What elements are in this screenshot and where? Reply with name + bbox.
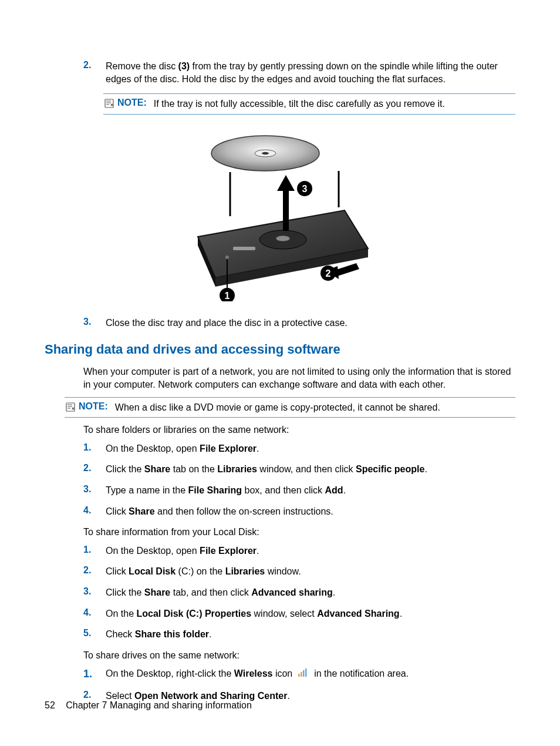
text-segment: tab on the [170, 464, 217, 474]
text-segment: . [257, 546, 259, 556]
list-b-item-2: 2. Click Local Disk (C:) on the Librarie… [83, 565, 515, 578]
paragraph: To share folders or libraries on the sam… [83, 424, 515, 436]
note-label: NOTE: [79, 401, 108, 412]
section-heading: Sharing data and drives and accessing so… [45, 342, 515, 357]
text-segment: Type a name in the [106, 485, 188, 495]
bold-segment: Open Network and Sharing Center [134, 691, 287, 701]
list-b-item-3: 3. Click the Share tab, and then click A… [83, 586, 515, 599]
note-icon [103, 98, 115, 109]
text-segment: . [343, 485, 346, 495]
bold-segment: Libraries [217, 464, 257, 474]
wireless-signal-icon [298, 668, 309, 681]
svg-rect-27 [303, 670, 305, 677]
text-segment: in the notification area. [314, 668, 409, 678]
step-number: 2. [83, 463, 106, 476]
step-number: 2. [83, 565, 106, 578]
step-number: 5. [83, 628, 106, 641]
svg-rect-26 [301, 672, 302, 677]
list-a-item-1: 1. On the Desktop, open File Explorer. [83, 442, 515, 455]
text-segment: On the [106, 609, 136, 619]
step-text: Remove the disc (3) from the tray by gen… [106, 60, 515, 85]
step-number: 3. [83, 484, 106, 497]
svg-text:1: 1 [225, 291, 230, 301]
bold-segment: Libraries [225, 566, 265, 576]
text-segment: Click the [106, 587, 144, 597]
step-number: 1. [83, 442, 106, 455]
text-segment: . [287, 691, 289, 701]
svg-point-8 [276, 236, 290, 241]
step-number: 1. [83, 545, 106, 557]
text-segment: Click [106, 566, 129, 576]
bold-segment: File Explorer [200, 546, 257, 556]
step-number: 3. [83, 317, 106, 330]
text-segment: window, and then click [257, 464, 356, 474]
bold-segment: Specific people [356, 464, 424, 474]
note-icon [65, 401, 76, 413]
step-text: Type a name in the File Sharing box, and… [106, 484, 515, 497]
note-rule-top [103, 93, 515, 94]
bold-segment: Local Disk [129, 566, 178, 576]
list-b-item-5: 5. Check Share this folder. [83, 628, 515, 641]
svg-marker-12 [277, 175, 295, 191]
bold-segment: Share this folder [135, 629, 209, 639]
bold-segment: Advanced sharing [251, 587, 333, 597]
page-footer: 52 Chapter 7 Managing and sharing inform… [45, 700, 252, 711]
svg-rect-28 [305, 668, 307, 677]
bold-segment: Advanced Sharing [317, 609, 399, 619]
step-text: On the Desktop, open File Explorer. [106, 545, 515, 557]
text-segment: window. [265, 566, 301, 576]
note-rule-bottom [103, 114, 515, 115]
bold-segment: Share [129, 506, 154, 516]
step-text: Close the disc tray and place the disc i… [106, 317, 515, 330]
list-b-item-4: 4. On the Local Disk (C:) Properties win… [83, 607, 515, 620]
note-text: When a disc like a DVD movie or game is … [115, 401, 515, 414]
step-number: 1. [83, 667, 106, 681]
bold-segment: Local Disk (C:) Properties [136, 609, 251, 619]
step-number: 4. [83, 607, 106, 620]
step-text: On the Local Disk (C:) Properties window… [106, 607, 515, 620]
list-b-item-1: 1. On the Desktop, open File Explorer. [83, 545, 515, 557]
disc-tray-figure: 3 2 1 [45, 125, 515, 304]
svg-rect-9 [233, 247, 255, 250]
text-segment: tab, and then click [170, 587, 251, 597]
text-segment: . [424, 464, 427, 474]
bold-segment: Share [144, 587, 170, 597]
paragraph: To share information from your Local Dis… [83, 526, 515, 539]
text-segment: (C:) on the [178, 566, 225, 576]
text-segment: window, select [251, 609, 317, 619]
svg-text:2: 2 [326, 268, 331, 278]
intro-paragraph: When your computer is part of a network,… [83, 365, 515, 391]
note-block: NOTE: If the tray is not fully accessibl… [103, 93, 515, 115]
step-text: Check Share this folder. [106, 628, 515, 641]
text-segment: On the Desktop, open [106, 443, 200, 453]
note-label: NOTE: [117, 98, 147, 108]
list-a-item-4: 4. Click Share and then follow the on-sc… [83, 505, 515, 518]
text-segment: and then follow the on-screen instructio… [155, 506, 333, 516]
step-text: Click the Share tab, and then click Adva… [106, 586, 515, 599]
note-block: NOTE: When a disc like a DVD movie or ga… [65, 397, 515, 418]
bold-segment: Wireless [234, 668, 273, 678]
note-rule-top [65, 397, 515, 398]
bold-segment: File Sharing [188, 485, 242, 495]
callout-ref: (3) [178, 61, 190, 71]
text-segment: Remove the disc [106, 61, 178, 71]
text-segment: . [400, 609, 402, 619]
list-c-item-1: 1. On the Desktop, right-click the Wirel… [83, 667, 515, 681]
paragraph: To share drives on the same network: [83, 649, 515, 662]
text-segment: . [333, 587, 335, 597]
svg-rect-25 [298, 674, 300, 677]
text-segment: On the Desktop, open [106, 546, 200, 556]
bold-segment: File Explorer [200, 443, 257, 453]
text-segment: Check [106, 629, 135, 639]
step-text: On the Desktop, right-click the Wireless… [106, 667, 515, 681]
step-text: Click Local Disk (C:) on the Libraries w… [106, 565, 515, 578]
page-number: 52 [45, 700, 55, 710]
text-segment: Click [106, 506, 129, 516]
chapter-title: Chapter 7 Managing and sharing informati… [66, 700, 252, 710]
step-number: 3. [83, 586, 106, 599]
text-segment: icon [272, 668, 295, 678]
step-2: 2. Remove the disc (3) from the tray by … [83, 60, 515, 85]
step-number: 4. [83, 505, 106, 518]
list-a-item-2: 2. Click the Share tab on the Libraries … [83, 463, 515, 476]
svg-rect-24 [66, 403, 75, 411]
